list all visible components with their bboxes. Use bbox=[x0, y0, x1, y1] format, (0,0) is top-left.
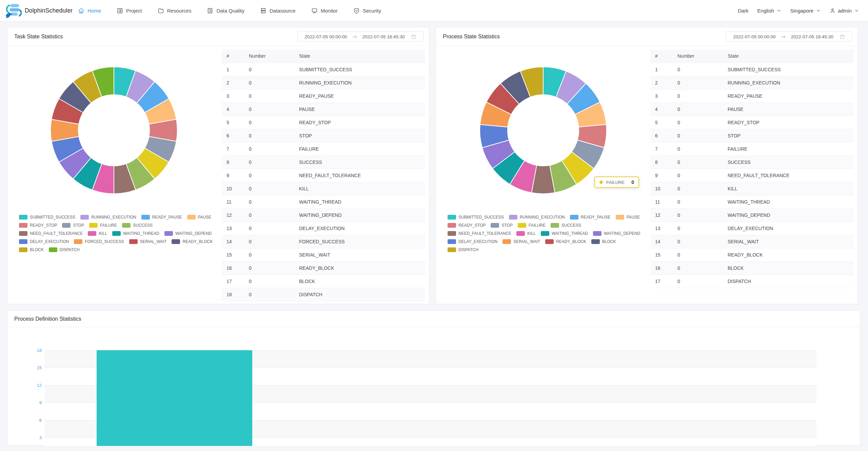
legend-item-dispatch[interactable]: DISPATCH bbox=[49, 247, 80, 252]
y-axis-tick-label: 12 bbox=[37, 382, 42, 388]
folder-icon bbox=[158, 7, 164, 14]
state-table-row: 8 0 SUCCESS bbox=[650, 155, 854, 169]
row-state: PAUSE bbox=[723, 102, 854, 116]
theme-toggle[interactable]: Dark bbox=[738, 8, 749, 14]
legend-item-ready_stop[interactable]: READY_STOP bbox=[448, 223, 486, 228]
legend-item-success[interactable]: SUCCESS bbox=[122, 223, 153, 228]
legend-item-serial_wait[interactable]: SERIAL_WAIT bbox=[502, 239, 540, 244]
state-table-row: 14 0 FORCED_SUCCESS bbox=[222, 235, 425, 248]
legend-item-success[interactable]: SUCCESS bbox=[551, 223, 581, 228]
legend-item-submitted_success[interactable]: SUBMITTED_SUCCESS bbox=[448, 215, 504, 220]
process-date-range-picker[interactable]: 2022-07-05 00:00:00 2022-07-05 18:45:30 bbox=[726, 32, 852, 42]
legend-item-waiting_depend[interactable]: WAITING_DEPEND bbox=[593, 231, 640, 236]
bar-chart-plot bbox=[44, 327, 816, 445]
legend-item-stop[interactable]: STOP bbox=[491, 223, 512, 228]
row-index: 10 bbox=[222, 182, 244, 195]
row-index: 6 bbox=[650, 129, 673, 142]
legend-item-serial_wait[interactable]: SERIAL_WAIT bbox=[129, 239, 167, 244]
row-state: READY_BLOCK bbox=[723, 248, 854, 261]
legend-swatch bbox=[62, 223, 71, 228]
legend-item-pause[interactable]: PAUSE bbox=[187, 215, 212, 220]
legend-item-delay_execution[interactable]: DELAY_EXECUTION bbox=[19, 239, 69, 244]
process-state-donut-chart bbox=[472, 59, 614, 202]
state-table-row: 8 0 SUCCESS bbox=[222, 155, 425, 169]
state-table-row: 7 0 FAILURE bbox=[650, 142, 854, 155]
nav-item-monitor[interactable]: Monitor bbox=[311, 7, 338, 14]
legend-swatch bbox=[19, 239, 27, 244]
legend-swatch bbox=[541, 231, 549, 236]
user-menu[interactable]: admin bbox=[830, 8, 859, 14]
state-table-row: 4 0 PAUSE bbox=[222, 102, 425, 116]
brand[interactable]: DolphinScheduler bbox=[5, 3, 75, 18]
y-axis-tick-label: 6 bbox=[39, 417, 42, 422]
legend-item-failure[interactable]: FAILURE bbox=[518, 223, 546, 228]
legend-swatch bbox=[593, 231, 601, 236]
state-table-row: 9 0 NEED_FAULT_TOLERANCE bbox=[222, 169, 425, 182]
timezone-select[interactable]: Singapore bbox=[790, 8, 821, 14]
legend-swatch bbox=[570, 215, 578, 220]
legend-swatch bbox=[19, 231, 27, 236]
row-state: NEED_FAULT_TOLERANCE bbox=[723, 169, 854, 182]
legend-item-delay_execution[interactable]: DELAY_EXECUTION bbox=[448, 239, 497, 244]
row-number: 0 bbox=[673, 222, 723, 235]
legend-item-need_fault_tolerance[interactable]: NEED_FAULT_TOLERANCE bbox=[19, 231, 83, 236]
row-number: 0 bbox=[673, 129, 723, 142]
legend-item-running_execution[interactable]: RUNNING_EXECUTION bbox=[80, 215, 136, 220]
legend-item-block[interactable]: BLOCK bbox=[591, 239, 616, 244]
legend-swatch bbox=[502, 239, 511, 244]
state-table-row: 10 0 KILL bbox=[650, 182, 854, 195]
nav-item-home[interactable]: Home bbox=[78, 7, 101, 14]
state-table-row: 11 0 WAITING_THREAD bbox=[650, 195, 854, 208]
legend-item-waiting_depend[interactable]: WAITING_DEPEND bbox=[164, 231, 212, 236]
shield-check-icon bbox=[353, 7, 360, 14]
nav-item-security[interactable]: Security bbox=[353, 7, 381, 14]
row-index: 12 bbox=[222, 208, 244, 222]
legend-item-waiting_thread[interactable]: WAITING_THREAD bbox=[112, 231, 159, 236]
nav-item-project[interactable]: Project bbox=[117, 7, 142, 14]
legend-item-stop[interactable]: STOP bbox=[62, 223, 84, 228]
language-select[interactable]: English bbox=[757, 8, 782, 14]
legend-item-ready_block[interactable]: READY_BLOCK bbox=[172, 239, 213, 244]
row-index: 7 bbox=[650, 142, 673, 155]
definition-card-header: Process Definition Statistics bbox=[7, 311, 860, 327]
legend-item-kill[interactable]: KILL bbox=[516, 231, 536, 236]
row-index: 4 bbox=[222, 102, 244, 116]
legend-item-failure[interactable]: FAILURE bbox=[89, 223, 117, 228]
legend-item-forced_success[interactable]: FORCED_SUCCESS bbox=[74, 239, 124, 244]
navbar-right: Dark English Singapore admin bbox=[738, 8, 868, 14]
nav-item-data-quality[interactable]: Data Quality bbox=[207, 7, 244, 14]
row-state: WAITING_THREAD bbox=[294, 195, 425, 208]
legend-item-running_execution[interactable]: RUNNING_EXECUTION bbox=[509, 215, 565, 220]
row-index: 8 bbox=[222, 155, 244, 169]
legend-item-waiting_thread[interactable]: WAITING_THREAD bbox=[541, 231, 588, 236]
legend-swatch bbox=[19, 247, 27, 252]
row-number: 0 bbox=[244, 208, 294, 222]
definition-bar[interactable] bbox=[97, 350, 252, 446]
legend-item-ready_stop[interactable]: READY_STOP bbox=[19, 223, 57, 228]
row-index: 3 bbox=[650, 89, 673, 102]
legend-item-ready_pause[interactable]: READY_PAUSE bbox=[141, 215, 182, 220]
legend-item-block[interactable]: BLOCK bbox=[19, 247, 44, 252]
legend-item-ready_pause[interactable]: READY_PAUSE bbox=[570, 215, 611, 220]
legend-item-pause[interactable]: PAUSE bbox=[616, 215, 640, 220]
legend-item-kill[interactable]: KILL bbox=[88, 231, 107, 236]
row-state: KILL bbox=[294, 182, 425, 195]
nav-item-datasource[interactable]: Datasource bbox=[260, 7, 296, 14]
row-state: BLOCK bbox=[723, 261, 854, 275]
row-index: 14 bbox=[222, 235, 244, 248]
row-number: 0 bbox=[673, 235, 723, 248]
legend-item-dispatch[interactable]: DISPATCH bbox=[448, 247, 478, 252]
row-index: 9 bbox=[650, 169, 673, 182]
task-date-range-picker[interactable]: 2022-07-05 00:00:00 2022-07-05 18:45:30 bbox=[297, 32, 423, 42]
legend-swatch bbox=[122, 223, 131, 228]
legend-swatch bbox=[19, 223, 27, 228]
row-index: 14 bbox=[650, 235, 673, 248]
row-state: WAITING_DEPEND bbox=[723, 208, 854, 222]
nav-item-resources[interactable]: Resources bbox=[158, 7, 192, 14]
legend-item-ready_block[interactable]: READY_BLOCK bbox=[545, 239, 586, 244]
legend-swatch bbox=[89, 223, 98, 228]
row-index: 2 bbox=[222, 76, 244, 89]
legend-item-need_fault_tolerance[interactable]: NEED_FAULT_TOLERANCE bbox=[448, 231, 511, 236]
dolphinscheduler-logo-icon bbox=[5, 3, 22, 18]
legend-item-submitted_success[interactable]: SUBMITTED_SUCCESS bbox=[19, 215, 75, 220]
